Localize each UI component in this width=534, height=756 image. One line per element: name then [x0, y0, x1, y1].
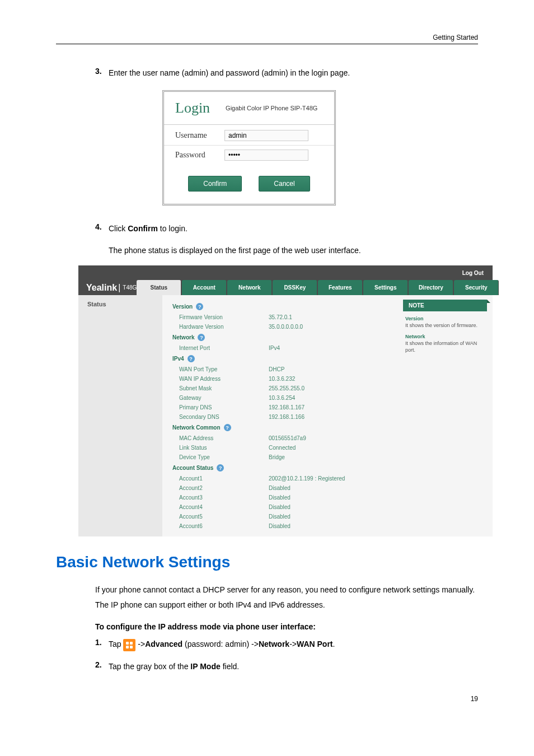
tab-dsskey[interactable]: DSSKey — [273, 280, 317, 295]
tab-status[interactable]: Status — [137, 280, 181, 295]
row-label: Account4 — [179, 504, 269, 510]
status-row: Device TypeBridge — [162, 452, 397, 462]
help-icon[interactable]: ? — [198, 334, 205, 341]
tab-security[interactable]: Security — [454, 280, 499, 295]
row-label: WAN Port Type — [179, 366, 269, 372]
section-header: Network? — [162, 332, 397, 343]
row-value: 35.0.0.0.0.0.0 — [269, 324, 303, 330]
cancel-button[interactable]: Cancel — [259, 176, 310, 192]
row-value: 35.72.0.1 — [269, 314, 292, 320]
tab-features[interactable]: Features — [318, 280, 363, 295]
note-item-text: It shows the information of WAN port. — [405, 340, 485, 353]
login-header: Login Gigabit Color IP Phone SIP-T48G — [164, 92, 334, 125]
status-row: MAC Address00156551d7a9 — [162, 433, 397, 443]
step-number: 3. — [95, 67, 109, 79]
row-label: Account5 — [179, 514, 269, 520]
password-input[interactable] — [224, 150, 308, 161]
step-text: Tap the gray box of the IP Mode field. — [109, 660, 239, 673]
row-value: Disabled — [269, 504, 291, 510]
row-label: MAC Address — [179, 435, 269, 441]
row-value: 255.255.255.0 — [269, 385, 305, 391]
status-row: WAN Port TypeDHCP — [162, 365, 397, 374]
tab-settings[interactable]: Settings — [363, 280, 408, 295]
sidebar-item-status[interactable]: Status — [78, 295, 162, 313]
row-value: Disabled — [269, 485, 291, 491]
row-label: Link Status — [179, 445, 269, 451]
section-header: Version? — [162, 301, 397, 312]
step-4: 4. Click Confirm to login. — [95, 222, 478, 235]
status-row: Primary DNS192.168.1.167 — [162, 403, 397, 412]
row-label: Account2 — [179, 485, 269, 491]
status-row: Account12002@10.2.1.199 : Registered — [162, 474, 397, 483]
step-number: 4. — [95, 222, 109, 235]
row-label: Account1 — [179, 475, 269, 482]
help-icon[interactable]: ? — [217, 464, 224, 472]
username-label: Username — [175, 131, 224, 140]
status-row: Gateway10.3.6.254 — [162, 393, 397, 403]
row-label: Firmware Version — [179, 314, 269, 320]
step-text: Tap ->Advanced (password: admin) ->Netwo… — [109, 638, 335, 651]
row-label: WAN IP Address — [179, 376, 269, 382]
row-value: 2002@10.2.1.199 : Registered — [269, 475, 345, 482]
step-text: Click Confirm to login. — [109, 222, 188, 235]
row-label: Internet Port — [179, 345, 269, 351]
status-row: Subnet Mask255.255.255.0 — [162, 384, 397, 393]
intro-paragraph: If your phone cannot contact a DHCP serv… — [95, 582, 478, 612]
row-label: Account3 — [179, 494, 269, 501]
help-icon[interactable]: ? — [224, 424, 231, 431]
status-row: Internet PortIPv4 — [162, 343, 397, 353]
note-item-title: Network — [405, 334, 485, 339]
yealink-logo: Yealink|T48G — [78, 280, 137, 295]
step-number: 2. — [95, 660, 109, 673]
status-row: Account2Disabled — [162, 483, 397, 493]
help-icon[interactable]: ? — [188, 355, 195, 362]
row-label: Primary DNS — [179, 404, 269, 410]
row-value: Connected — [269, 445, 296, 451]
logout-link[interactable]: Log Out — [462, 270, 484, 276]
confirm-button[interactable]: Confirm — [188, 176, 242, 192]
help-icon[interactable]: ? — [196, 303, 203, 310]
status-row: Account6Disabled — [162, 521, 397, 531]
tab-account[interactable]: Account — [182, 280, 227, 295]
username-input[interactable] — [224, 130, 308, 141]
row-value: Disabled — [269, 494, 291, 501]
section-header: IPv4? — [162, 353, 397, 365]
row-value: DHCP — [269, 366, 284, 372]
section-heading: Basic Network Settings — [56, 553, 478, 571]
yealink-status-screenshot: Log Out Yealink|T48G StatusAccountNetwor… — [78, 265, 493, 536]
apps-icon — [123, 639, 135, 651]
step-number: 1. — [95, 638, 109, 651]
tab-directory[interactable]: Directory — [409, 280, 453, 295]
config-step-1: 1. Tap ->Advanced (password: admin) ->Ne… — [95, 638, 478, 651]
status-row: Account4Disabled — [162, 502, 397, 512]
header-rule — [56, 44, 478, 44]
row-label: Secondary DNS — [179, 414, 269, 420]
row-value: IPv4 — [269, 345, 280, 351]
row-label: Device Type — [179, 454, 269, 460]
section-header: Network Common? — [162, 422, 397, 433]
row-value: Disabled — [269, 514, 291, 520]
row-value: 10.3.6.232 — [269, 376, 295, 382]
page-header: Getting Started — [56, 34, 478, 44]
row-value: 192.168.1.166 — [269, 414, 305, 420]
config-header: To configure the IP address mode via pho… — [95, 622, 478, 631]
config-step-2: 2. Tap the gray box of the IP Mode field… — [95, 660, 478, 673]
login-subtitle: Gigabit Color IP Phone SIP-T48G — [226, 105, 317, 111]
login-title: Login — [175, 100, 210, 116]
row-label: Account6 — [179, 523, 269, 529]
status-row: WAN IP Address10.3.6.232 — [162, 374, 397, 384]
row-value: 00156551d7a9 — [269, 435, 306, 441]
tab-network[interactable]: Network — [227, 280, 272, 295]
step-4-note: The phone status is displayed on the fir… — [109, 244, 478, 256]
note-item-title: Version — [405, 316, 485, 321]
status-row: Hardware Version35.0.0.0.0.0.0 — [162, 322, 397, 332]
login-dialog: Login Gigabit Color IP Phone SIP-T48G Us… — [162, 90, 336, 206]
status-row: Link StatusConnected — [162, 443, 397, 452]
status-row: Secondary DNS192.168.1.166 — [162, 412, 397, 422]
row-label: Hardware Version — [179, 324, 269, 330]
row-label: Gateway — [179, 395, 269, 401]
step-text: Enter the user name (admin) and password… — [109, 67, 350, 79]
row-value: Disabled — [269, 523, 291, 529]
step-3: 3. Enter the user name (admin) and passw… — [95, 67, 478, 79]
row-label: Subnet Mask — [179, 385, 269, 391]
